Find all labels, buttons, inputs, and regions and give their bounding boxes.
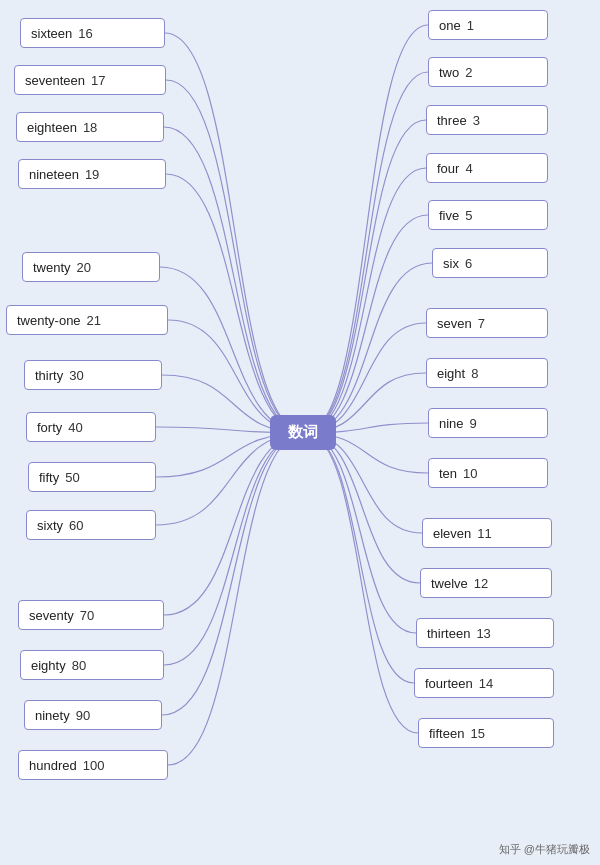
right-node-seven: seven7 bbox=[426, 308, 548, 338]
word-label: one bbox=[439, 18, 461, 33]
right-node-twelve: twelve12 bbox=[420, 568, 552, 598]
right-node-eleven: eleven11 bbox=[422, 518, 552, 548]
num-label: 50 bbox=[65, 470, 79, 485]
word-label: fifty bbox=[39, 470, 59, 485]
left-node-twenty-one: twenty-one21 bbox=[6, 305, 168, 335]
num-label: 5 bbox=[465, 208, 472, 223]
num-label: 80 bbox=[72, 658, 86, 673]
right-node-fifteen: fifteen15 bbox=[418, 718, 554, 748]
num-label: 21 bbox=[87, 313, 101, 328]
word-label: ninety bbox=[35, 708, 70, 723]
num-label: 70 bbox=[80, 608, 94, 623]
num-label: 19 bbox=[85, 167, 99, 182]
num-label: 6 bbox=[465, 256, 472, 271]
word-label: eighty bbox=[31, 658, 66, 673]
word-label: nine bbox=[439, 416, 464, 431]
right-node-thirteen: thirteen13 bbox=[416, 618, 554, 648]
word-label: sixty bbox=[37, 518, 63, 533]
left-node-seventy: seventy70 bbox=[18, 600, 164, 630]
num-label: 18 bbox=[83, 120, 97, 135]
left-node-twenty: twenty20 bbox=[22, 252, 160, 282]
num-label: 16 bbox=[78, 26, 92, 41]
word-label: six bbox=[443, 256, 459, 271]
num-label: 8 bbox=[471, 366, 478, 381]
word-label: ten bbox=[439, 466, 457, 481]
left-node-sixty: sixty60 bbox=[26, 510, 156, 540]
word-label: nineteen bbox=[29, 167, 79, 182]
word-label: forty bbox=[37, 420, 62, 435]
right-node-nine: nine9 bbox=[428, 408, 548, 438]
num-label: 17 bbox=[91, 73, 105, 88]
right-node-two: two2 bbox=[428, 57, 548, 87]
right-node-six: six6 bbox=[432, 248, 548, 278]
left-node-eighty: eighty80 bbox=[20, 650, 164, 680]
word-label: eighteen bbox=[27, 120, 77, 135]
word-label: fourteen bbox=[425, 676, 473, 691]
word-label: three bbox=[437, 113, 467, 128]
center-node: 数词 bbox=[270, 415, 336, 450]
word-label: eight bbox=[437, 366, 465, 381]
right-node-three: three3 bbox=[426, 105, 548, 135]
right-node-five: five5 bbox=[428, 200, 548, 230]
word-label: seventy bbox=[29, 608, 74, 623]
right-node-four: four4 bbox=[426, 153, 548, 183]
left-node-ninety: ninety90 bbox=[24, 700, 162, 730]
watermark: 知乎 @牛猪玩瓣极 bbox=[499, 842, 590, 857]
word-label: five bbox=[439, 208, 459, 223]
right-node-eight: eight8 bbox=[426, 358, 548, 388]
right-node-one: one1 bbox=[428, 10, 548, 40]
word-label: sixteen bbox=[31, 26, 72, 41]
num-label: 20 bbox=[77, 260, 91, 275]
num-label: 1 bbox=[467, 18, 474, 33]
num-label: 100 bbox=[83, 758, 105, 773]
word-label: eleven bbox=[433, 526, 471, 541]
num-label: 15 bbox=[470, 726, 484, 741]
num-label: 60 bbox=[69, 518, 83, 533]
word-label: two bbox=[439, 65, 459, 80]
num-label: 13 bbox=[476, 626, 490, 641]
num-label: 14 bbox=[479, 676, 493, 691]
word-label: seventeen bbox=[25, 73, 85, 88]
num-label: 4 bbox=[465, 161, 472, 176]
left-node-eighteen: eighteen18 bbox=[16, 112, 164, 142]
num-label: 12 bbox=[474, 576, 488, 591]
word-label: twenty-one bbox=[17, 313, 81, 328]
word-label: seven bbox=[437, 316, 472, 331]
word-label: twelve bbox=[431, 576, 468, 591]
word-label: thirty bbox=[35, 368, 63, 383]
num-label: 40 bbox=[68, 420, 82, 435]
left-node-forty: forty40 bbox=[26, 412, 156, 442]
right-node-ten: ten10 bbox=[428, 458, 548, 488]
num-label: 10 bbox=[463, 466, 477, 481]
word-label: thirteen bbox=[427, 626, 470, 641]
num-label: 3 bbox=[473, 113, 480, 128]
num-label: 30 bbox=[69, 368, 83, 383]
left-node-fifty: fifty50 bbox=[28, 462, 156, 492]
num-label: 9 bbox=[470, 416, 477, 431]
word-label: fifteen bbox=[429, 726, 464, 741]
word-label: twenty bbox=[33, 260, 71, 275]
num-label: 7 bbox=[478, 316, 485, 331]
word-label: four bbox=[437, 161, 459, 176]
num-label: 2 bbox=[465, 65, 472, 80]
left-node-thirty: thirty30 bbox=[24, 360, 162, 390]
num-label: 11 bbox=[477, 526, 491, 541]
num-label: 90 bbox=[76, 708, 90, 723]
word-label: hundred bbox=[29, 758, 77, 773]
left-node-sixteen: sixteen16 bbox=[20, 18, 165, 48]
left-node-seventeen: seventeen17 bbox=[14, 65, 166, 95]
left-node-nineteen: nineteen19 bbox=[18, 159, 166, 189]
right-node-fourteen: fourteen14 bbox=[414, 668, 554, 698]
left-node-hundred: hundred100 bbox=[18, 750, 168, 780]
